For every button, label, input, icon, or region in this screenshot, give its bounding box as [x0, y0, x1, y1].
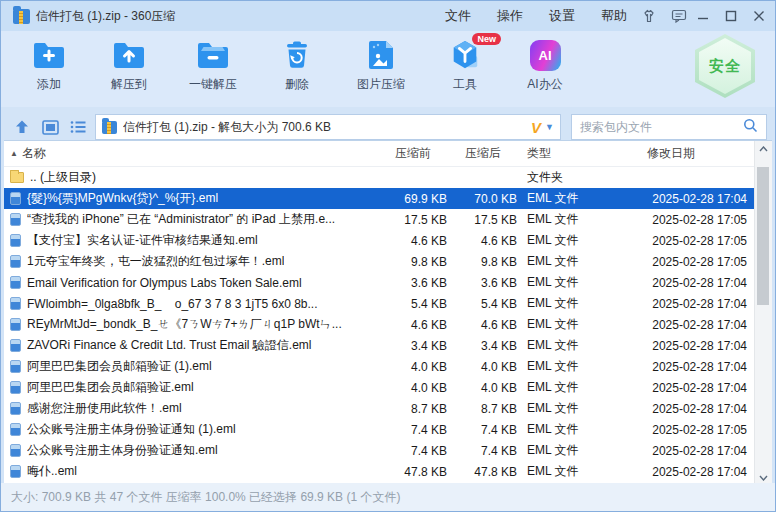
column-header-date[interactable]: 修改日期 — [645, 145, 755, 162]
table-row[interactable]: REyMrMtJd=_bondk_B_ㄝ《7ㄋWㄘ7+ㄌ厂ㄐq1P bWtㄣ..… — [4, 314, 755, 335]
size-before: 47.8 KB — [347, 465, 447, 479]
sort-ascending-icon: ▲ — [10, 149, 18, 158]
column-header-before[interactable]: 压缩前 — [347, 145, 447, 162]
table-row[interactable]: 感谢您注册使用此软件！.eml 8.7 KB 8.7 KB EML 文件 202… — [4, 398, 755, 419]
ai-office-button[interactable]: AI AI办公 — [519, 38, 571, 93]
file-icon — [10, 423, 21, 436]
table-row[interactable]: {髮}%{票}MPgWnkv{贷}^_%{开}.eml 69.9 KB 70.0… — [4, 188, 755, 209]
skin-theme-icon[interactable] — [641, 9, 657, 23]
extract-to-button[interactable]: 解压到 — [103, 38, 155, 93]
file-type: EML 文件 — [517, 337, 645, 354]
file-date: 2025-02-28 17:04 — [645, 402, 755, 416]
menu-file[interactable]: 文件 — [445, 7, 471, 25]
search-icon[interactable] — [743, 118, 758, 137]
file-icon — [10, 402, 21, 415]
size-before: 7.4 KB — [347, 423, 447, 437]
file-icon — [10, 213, 21, 226]
search-box[interactable]: 搜索包内文件 — [571, 114, 767, 140]
file-date: 2025-02-28 17:05 — [645, 213, 755, 227]
table-header: ▲ 名称 压缩前 压缩后 类型 修改日期 — [4, 141, 772, 167]
menu-operation[interactable]: 操作 — [497, 7, 523, 25]
preview-view-button[interactable] — [39, 116, 61, 138]
safe-badge[interactable]: 安全 — [695, 34, 755, 98]
maximize-button[interactable] — [725, 10, 737, 22]
table-row[interactable]: ZAVORi Finance & Credit Ltd. Trust Email… — [4, 335, 755, 356]
file-date: 2025-02-28 17:04 — [645, 444, 755, 458]
column-header-name[interactable]: ▲ 名称 — [4, 145, 347, 162]
ai-office-label: AI办公 — [527, 76, 562, 93]
title-bar: 信件打包 (1).zip - 360压缩 文件 操作 设置 帮助 — [1, 1, 775, 31]
new-badge: New — [472, 33, 501, 45]
file-icon — [10, 234, 21, 247]
table-row[interactable]: 阿里巴巴集团会员邮箱验证 (1).eml 4.0 KB 4.0 KB EML 文… — [4, 356, 755, 377]
size-before: 3.4 KB — [347, 339, 447, 353]
minimize-button[interactable] — [697, 10, 709, 22]
table-row[interactable]: FWloimbh=_0lga8bfk_B_ o_67 3 7 8 3 1jT5 … — [4, 293, 755, 314]
size-after: 4.6 KB — [447, 318, 517, 332]
file-date: 2025-02-28 17:04 — [645, 318, 755, 332]
file-type: EML 文件 — [517, 379, 645, 396]
file-type: EML 文件 — [517, 274, 645, 291]
up-level-button[interactable] — [11, 116, 33, 138]
v-logo-icon[interactable]: V — [531, 119, 541, 136]
file-icon — [10, 339, 21, 352]
size-after: 8.7 KB — [447, 402, 517, 416]
file-name: 阿里巴巴集团会员邮箱验证 (1).eml — [27, 358, 212, 375]
scrollbar-thumb[interactable] — [757, 167, 769, 305]
menu-bar: 文件 操作 设置 帮助 — [445, 7, 627, 25]
table-row[interactable]: Email Verification for Olympus Labs Toke… — [4, 272, 755, 293]
vertical-scrollbar[interactable] — [754, 141, 772, 486]
one-click-extract-button[interactable]: 一键解压 — [183, 38, 243, 93]
dropdown-caret-icon[interactable]: ▼ — [545, 122, 554, 132]
file-icon — [10, 276, 21, 289]
menu-settings[interactable]: 设置 — [549, 7, 575, 25]
file-type: EML 文件 — [517, 421, 645, 438]
file-icon — [10, 172, 24, 183]
size-after: 70.0 KB — [447, 192, 517, 206]
list-view-button[interactable] — [67, 116, 89, 138]
scroll-up-icon[interactable] — [755, 141, 772, 157]
file-date: 2025-02-28 17:04 — [645, 276, 755, 290]
archive-path-field[interactable]: 信件打包 (1).zip - 解包大小为 700.6 KB V ▼ — [95, 114, 561, 140]
file-icon — [10, 360, 21, 373]
table-row[interactable]: 【支付宝】实名认证-证件审核结果通知.eml 4.6 KB 4.6 KB EML… — [4, 230, 755, 251]
size-after: 4.0 KB — [447, 360, 517, 374]
file-date: 2025-02-28 17:05 — [645, 423, 755, 437]
tools-button[interactable]: New 工具 — [439, 38, 491, 93]
file-date: 2025-02-28 17:04 — [645, 381, 755, 395]
file-icon — [10, 255, 21, 268]
delete-button[interactable]: 删除 — [271, 38, 323, 93]
file-type: EML 文件 — [517, 400, 645, 417]
close-button[interactable] — [753, 10, 765, 22]
file-type: EML 文件 — [517, 442, 645, 459]
size-before: 4.0 KB — [347, 360, 447, 374]
size-before: 3.6 KB — [347, 276, 447, 290]
window-title: 信件打包 (1).zip - 360压缩 — [36, 8, 175, 25]
column-header-type[interactable]: 类型 — [517, 145, 645, 162]
column-header-after[interactable]: 压缩后 — [447, 145, 517, 162]
table-row[interactable]: 晦仆..eml 47.8 KB 47.8 KB EML 文件 2025-02-2… — [4, 461, 755, 482]
file-name: Email Verification for Olympus Labs Toke… — [27, 276, 302, 290]
menu-help[interactable]: 帮助 — [601, 7, 627, 25]
file-list-panel: ▲ 名称 压缩前 压缩后 类型 修改日期 .. (上级目录) 文件夹 {髮}%{… — [4, 140, 772, 486]
size-after: 3.6 KB — [447, 276, 517, 290]
image-compress-button[interactable]: 图片压缩 — [351, 38, 411, 93]
file-type: EML 文件 — [517, 358, 645, 375]
file-type: 文件夹 — [517, 169, 645, 186]
feedback-icon[interactable] — [671, 9, 687, 23]
size-before: 5.4 KB — [347, 297, 447, 311]
file-date: 2025-02-28 17:05 — [645, 255, 755, 269]
table-row[interactable]: 1元夺宝年终奖，屯一波猛烈的红包过塚年！.eml 9.8 KB 9.8 KB E… — [4, 251, 755, 272]
file-date: 2025-02-28 17:04 — [645, 360, 755, 374]
table-row[interactable]: 公众账号注册主体身份验证通知.eml 7.4 KB 7.4 KB EML 文件 … — [4, 440, 755, 461]
file-name: 公众账号注册主体身份验证通知 (1).eml — [27, 421, 236, 438]
size-before: 4.6 KB — [347, 318, 447, 332]
file-name: 【支付宝】实名认证-证件审核结果通知.eml — [27, 232, 258, 249]
table-row[interactable]: 公众账号注册主体身份验证通知 (1).eml 7.4 KB 7.4 KB EML… — [4, 419, 755, 440]
table-row[interactable]: “查找我的 iPhone” 已在 “Administrator” 的 iPad … — [4, 209, 755, 230]
status-bar: 大小: 700.9 KB 共 47 个文件 压缩率 100.0% 已经选择 69… — [1, 483, 775, 511]
table-row[interactable]: .. (上级目录) 文件夹 — [4, 167, 755, 188]
add-button[interactable]: 添加 — [23, 38, 75, 93]
file-type: EML 文件 — [517, 232, 645, 249]
table-row[interactable]: 阿里巴巴集团会员邮箱验证.eml 4.0 KB 4.0 KB EML 文件 20… — [4, 377, 755, 398]
